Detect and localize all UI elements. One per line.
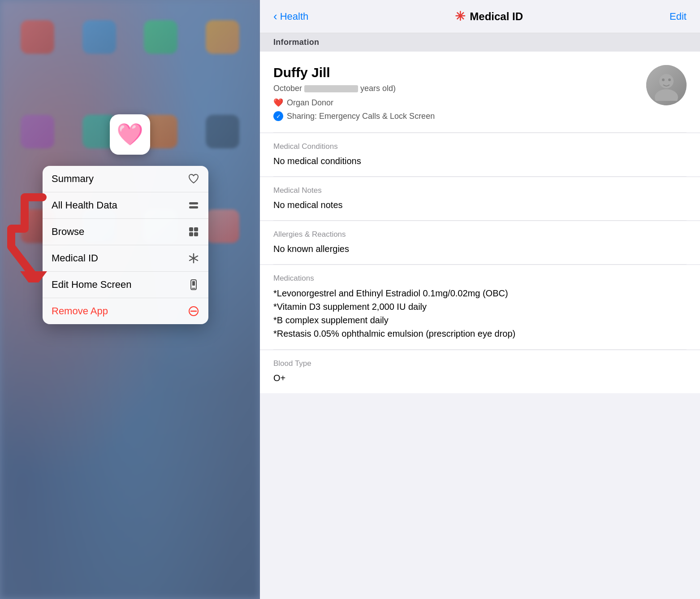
svg-rect-5 — [194, 227, 198, 231]
medical-conditions-section: Medical Conditions No medical conditions — [260, 133, 700, 176]
medications-label: Medications — [273, 274, 687, 283]
bg-icon-3 — [144, 20, 177, 54]
medication-1: *Levonorgestrel and Ethinyl Estradiol 0.… — [273, 286, 687, 300]
profile-name: Duffy Jill — [273, 65, 646, 80]
menu-item-edit-home-screen[interactable]: Edit Home Screen — [43, 272, 208, 298]
nav-bar: ‹ Health ✳ Medical ID Edit — [260, 0, 700, 33]
red-arrow — [7, 193, 60, 282]
medications-value: *Levonorgestrel and Ethinyl Estradiol 0.… — [273, 286, 687, 340]
minus-circle-icon — [188, 305, 199, 317]
svg-point-18 — [662, 78, 665, 81]
profile-sharing: ✓ Sharing: Emergency Calls & Lock Screen — [273, 111, 646, 121]
heart-donor-icon: ❤️ — [273, 98, 283, 108]
profile-avatar — [646, 65, 687, 105]
menu-item-summary-label: Summary — [52, 173, 94, 185]
sharing-label: Sharing: Emergency Calls & Lock Screen — [287, 112, 435, 121]
dob-prefix: October — [273, 84, 302, 93]
menu-item-remove-app-label: Remove App — [52, 305, 108, 317]
phone-screen-icon — [188, 279, 199, 291]
heart-outline-icon — [188, 173, 199, 185]
medication-3: *B complex supplement daily — [273, 313, 687, 327]
bg-icon-4 — [206, 20, 239, 54]
bg-icon-2 — [82, 20, 116, 54]
menu-item-medical-id[interactable]: Medical ID — [43, 245, 208, 272]
profile-info: Duffy Jill October years old) ❤️ Organ D… — [273, 65, 646, 121]
context-menu: Summary All Health Data Browse — [43, 166, 208, 324]
back-chevron-icon: ‹ — [273, 9, 277, 23]
allergies-section: Allergies & Reactions No known allergies — [260, 221, 700, 264]
medical-conditions-value: No medical conditions — [273, 155, 687, 167]
medical-notes-label: Medical Notes — [273, 186, 687, 195]
menu-item-all-health-data[interactable]: All Health Data — [43, 192, 208, 219]
medical-conditions-label: Medical Conditions — [273, 142, 687, 151]
donor-label: Organ Donor — [287, 98, 333, 108]
check-circle-icon: ✓ — [273, 111, 283, 121]
asterisk-icon — [188, 252, 199, 264]
menu-item-remove-app[interactable]: Remove App — [43, 298, 208, 324]
grid-small-icon — [188, 200, 199, 211]
medication-4: *Restasis 0.05% ophthalmic emulsion (pre… — [273, 327, 687, 340]
edit-button[interactable]: Edit — [670, 11, 687, 22]
menu-item-browse[interactable]: Browse — [43, 219, 208, 245]
nav-title-text: Medical ID — [470, 10, 523, 23]
svg-rect-2 — [189, 202, 198, 204]
right-panel: ‹ Health ✳ Medical ID Edit Information D… — [260, 0, 700, 599]
blood-type-section: Blood Type O+ — [260, 350, 700, 393]
bg-icon-12 — [206, 209, 239, 243]
svg-rect-4 — [189, 227, 193, 231]
svg-marker-1 — [20, 271, 47, 282]
nav-title: ✳ Medical ID — [455, 9, 523, 24]
svg-point-17 — [655, 89, 678, 101]
bg-icon-5 — [21, 115, 54, 148]
health-heart-icon: 🩷 — [117, 122, 143, 147]
svg-rect-6 — [189, 232, 193, 236]
allergies-value: No known allergies — [273, 243, 687, 255]
grid-four-icon — [188, 226, 199, 238]
avatar-image — [646, 65, 687, 105]
medical-notes-section: Medical Notes No medical notes — [260, 177, 700, 220]
dob-redacted — [304, 85, 358, 92]
menu-item-all-health-data-label: All Health Data — [52, 200, 117, 211]
medical-notes-value: No medical notes — [273, 199, 687, 211]
bg-icon-1 — [21, 20, 54, 54]
medical-id-asterisk-icon: ✳ — [455, 9, 465, 24]
information-section-header: Information — [260, 33, 700, 52]
menu-item-edit-home-screen-label: Edit Home Screen — [52, 279, 132, 291]
svg-rect-3 — [189, 206, 198, 208]
dob-suffix: years old) — [360, 84, 396, 93]
profile-section: Duffy Jill October years old) ❤️ Organ D… — [260, 52, 700, 132]
menu-item-summary[interactable]: Summary — [43, 166, 208, 192]
profile-dob: October years old) — [273, 84, 646, 93]
blood-type-value: O+ — [273, 372, 687, 384]
blood-type-label: Blood Type — [273, 359, 687, 368]
svg-point-19 — [668, 78, 671, 81]
medication-2: *Vitamin D3 supplement 2,000 IU daily — [273, 300, 687, 313]
svg-rect-7 — [194, 232, 198, 236]
svg-rect-13 — [192, 281, 195, 286]
medications-section: Medications *Levonorgestrel and Ethinyl … — [260, 265, 700, 349]
profile-donor: ❤️ Organ Donor — [273, 98, 646, 108]
nav-back-label: Health — [280, 11, 309, 22]
allergies-label: Allergies & Reactions — [273, 230, 687, 239]
left-panel: 🩷 Summary All Health Data — [0, 0, 260, 599]
bg-icon-8 — [206, 115, 239, 148]
nav-back-button[interactable]: ‹ Health — [273, 9, 308, 23]
health-app-icon[interactable]: 🩷 — [110, 114, 150, 155]
